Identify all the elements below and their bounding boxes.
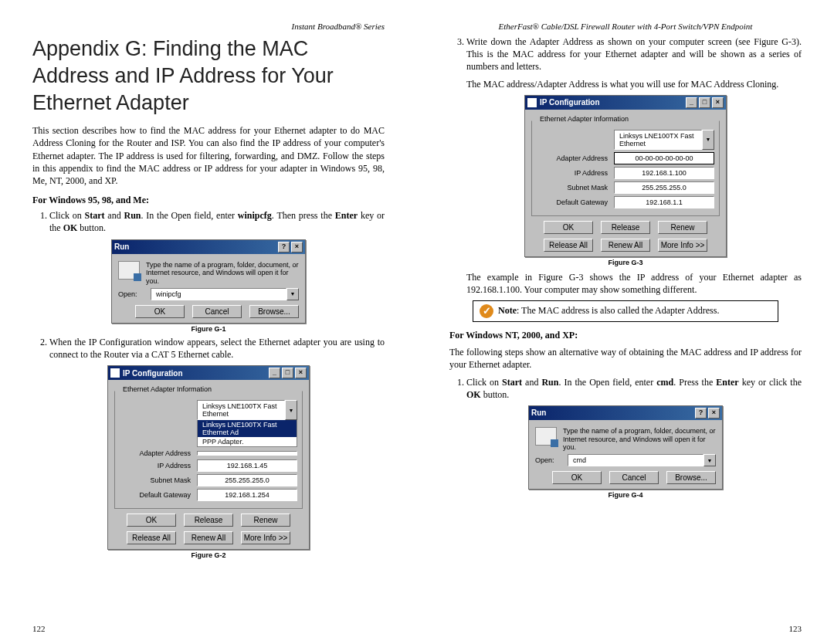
subhead-winnt: For Windows NT, 2000, and XP: xyxy=(449,330,802,341)
release-all-button[interactable]: Release All xyxy=(127,531,176,544)
page-123: EtherFast® Cable/DSL Firewall Router wit… xyxy=(417,0,834,644)
renew-button[interactable]: Renew xyxy=(241,514,290,527)
release-button[interactable]: Release xyxy=(601,221,650,234)
chevron-down-icon[interactable]: ▼ xyxy=(285,400,297,420)
run-title: Run xyxy=(114,242,129,251)
release-button[interactable]: Release xyxy=(184,514,233,527)
maximize-icon[interactable]: □ xyxy=(282,368,293,378)
note-box: ✓ Note: The MAC address is also called t… xyxy=(473,300,778,322)
chevron-down-icon[interactable]: ▼ xyxy=(702,130,714,150)
open-label: Open: xyxy=(118,290,151,298)
chevron-down-icon[interactable]: ▼ xyxy=(286,288,299,300)
close-icon[interactable]: × xyxy=(291,242,303,253)
steps-winnt: Click on Start and Run. In the Open fiel… xyxy=(449,376,802,401)
renew-all-button[interactable]: Renew All xyxy=(184,531,233,544)
close-icon[interactable]: × xyxy=(295,368,307,378)
run-hint: Type the name of a program, folder, docu… xyxy=(557,427,716,452)
label-subnet-mask: Subnet Mask xyxy=(120,476,197,484)
running-header-right: EtherFast® Cable/DSL Firewall Router wit… xyxy=(449,22,802,31)
figure-caption-g2: Figure G-2 xyxy=(32,551,385,559)
label-adapter-address: Adapter Address xyxy=(120,449,197,457)
more-info-button[interactable]: More Info >> xyxy=(658,239,707,252)
run-icon xyxy=(118,261,140,280)
more-info-button[interactable]: More Info >> xyxy=(241,531,290,544)
adapter-combo[interactable]: Linksys LNE100TX Fast Ethernet xyxy=(614,130,702,150)
figure-caption-g4: Figure G-4 xyxy=(449,491,802,499)
adapter-option-ppp[interactable]: PPP Adapter. xyxy=(198,437,297,446)
minimize-icon[interactable]: _ xyxy=(686,97,697,108)
steps-right-3: Write down the Adapter Address as shown … xyxy=(449,36,802,73)
step-1-nt: Click on Start and Run. In the Open fiel… xyxy=(466,376,802,401)
ipconfig-dialog-g2: IP Configuration _ □ × Linksys LNE100TX … xyxy=(107,365,310,550)
help-icon[interactable]: ? xyxy=(278,242,290,253)
label-ip-address: IP Address xyxy=(120,462,197,469)
close-icon[interactable]: × xyxy=(708,408,720,419)
open-input[interactable]: winipcfg xyxy=(151,288,286,300)
value-subnet-mask: 255.255.255.0 xyxy=(197,474,297,486)
step-1: Click on Start and Run. In the Open fiel… xyxy=(49,209,385,234)
maximize-icon[interactable]: □ xyxy=(699,97,710,108)
steps-win9x: Click on Start and Run. In the Open fiel… xyxy=(32,209,385,234)
adapter-combo[interactable]: Linksys LNE100TX Fast Ethernet xyxy=(197,400,285,420)
adapter-groupbox: Linksys LNE100TX Fast Ethernet ▼ Adapter… xyxy=(531,120,720,216)
ipcfg-title: IP Configuration xyxy=(123,369,183,378)
ok-button[interactable]: OK xyxy=(135,305,185,318)
browse-button[interactable]: Browse... xyxy=(666,471,716,484)
value-ip-address: 192.168.1.45 xyxy=(197,459,297,472)
label-subnet-mask: Subnet Mask xyxy=(537,184,614,192)
release-all-button[interactable]: Release All xyxy=(544,239,593,252)
alt-steps-paragraph: The following steps show an alternative … xyxy=(449,346,802,371)
step-3: Write down the Adapter Address as shown … xyxy=(466,36,802,73)
run-dialog-g1: Run ? × Type the name of a program, fold… xyxy=(111,239,306,324)
page-number-left: 122 xyxy=(32,624,46,633)
browse-button[interactable]: Browse... xyxy=(249,305,299,318)
ipcfg-icon xyxy=(110,368,120,378)
adapter-option-selected[interactable]: Linksys LNE100TX Fast Ethernet Ad xyxy=(198,420,297,437)
run-titlebar: Run ? × xyxy=(529,406,722,420)
open-label: Open: xyxy=(535,456,568,464)
close-icon[interactable]: × xyxy=(712,97,724,108)
ok-button[interactable]: OK xyxy=(552,471,602,484)
running-header-left: Instant Broadband® Series xyxy=(32,22,385,31)
minimize-icon[interactable]: _ xyxy=(269,368,280,378)
step-2: When the IP Configuration window appears… xyxy=(49,336,385,361)
ipcfg-icon xyxy=(527,98,537,107)
run-hint: Type the name of a program, folder, docu… xyxy=(140,261,299,286)
value-ip-address: 192.168.1.100 xyxy=(614,167,714,179)
figure-caption-g3: Figure G-3 xyxy=(449,259,802,266)
example-paragraph: The example in Figure G-3 shows the IP a… xyxy=(449,271,802,296)
steps-win9x-2: When the IP Configuration window appears… xyxy=(32,336,385,361)
renew-button[interactable]: Renew xyxy=(658,221,707,234)
label-adapter-address: Adapter Address xyxy=(537,154,614,162)
value-adapter-address: 00-00-00-00-00-00 xyxy=(614,152,714,164)
label-ip-address: IP Address xyxy=(537,169,614,177)
subhead-win9x: For Windows 95, 98, and Me: xyxy=(32,195,385,206)
ok-button[interactable]: OK xyxy=(127,514,176,527)
ipcfg-titlebar: IP Configuration _ □ × xyxy=(525,96,726,110)
run-title: Run xyxy=(531,408,546,417)
ipcfg-title: IP Configuration xyxy=(540,98,600,107)
cancel-button[interactable]: Cancel xyxy=(609,471,659,484)
clone-paragraph: The MAC address/Adapter Address is what … xyxy=(449,78,802,90)
value-default-gateway: 192.168.1.1 xyxy=(614,196,714,208)
value-subnet-mask: 255.255.255.0 xyxy=(614,181,714,194)
adapter-dropdown[interactable]: Linksys LNE100TX Fast Ethernet Ad PPP Ad… xyxy=(197,419,297,447)
ipcfg-titlebar: IP Configuration _ □ × xyxy=(108,366,309,380)
label-default-gateway: Default Gateway xyxy=(120,491,197,499)
run-dialog-g4: Run ? × Type the name of a program, fold… xyxy=(528,405,723,490)
chevron-down-icon[interactable]: ▼ xyxy=(703,454,716,466)
help-icon[interactable]: ? xyxy=(695,408,707,419)
run-titlebar: Run ? × xyxy=(112,240,305,254)
ok-button[interactable]: OK xyxy=(544,221,593,234)
ipconfig-dialog-g3: IP Configuration _ □ × Linksys LNE100TX … xyxy=(524,95,727,257)
label-default-gateway: Default Gateway xyxy=(537,198,614,206)
open-input[interactable]: cmd xyxy=(568,454,703,466)
cancel-button[interactable]: Cancel xyxy=(192,305,242,318)
check-icon: ✓ xyxy=(480,304,493,318)
renew-all-button[interactable]: Renew All xyxy=(601,239,650,252)
value-default-gateway: 192.168.1.254 xyxy=(197,489,297,501)
value-adapter-address xyxy=(197,451,297,456)
figure-caption-g1: Figure G-1 xyxy=(32,325,385,333)
page-122: Instant Broadband® Series Appendix G: Fi… xyxy=(0,0,417,644)
page-number-right: 123 xyxy=(789,624,802,633)
